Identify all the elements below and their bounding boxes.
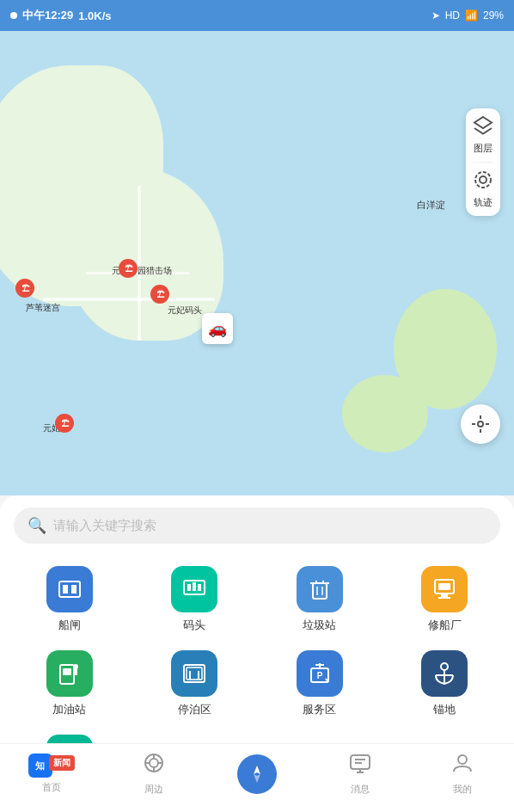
- road-horizontal-1: [43, 298, 215, 301]
- nav-nearby[interactable]: 周边: [103, 752, 206, 804]
- poi-marker-1[interactable]: ⛱: [15, 279, 34, 298]
- svg-marker-51: [254, 766, 260, 774]
- location-button[interactable]: [461, 404, 500, 444]
- svg-point-46: [150, 759, 158, 767]
- baiyangdian-label: 白洋淀: [417, 199, 445, 212]
- svg-rect-9: [63, 585, 68, 594]
- category-sluice[interactable]: 船闸: [7, 557, 132, 642]
- svg-rect-12: [187, 584, 191, 591]
- nearby-icon: [143, 752, 165, 779]
- map-controls: 图层 轨迹: [466, 108, 500, 216]
- search-bar[interactable]: 🔍 请输入关键字搜索: [14, 508, 500, 544]
- search-icon: 🔍: [28, 516, 46, 535]
- nav-home-label: 首页: [42, 781, 61, 794]
- nav-home[interactable]: 知 新闻 首页: [0, 754, 103, 803]
- svg-text:P: P: [316, 671, 322, 680]
- trash-icon-wrap: [297, 566, 343, 612]
- car-location-icon: 🚗: [202, 313, 233, 344]
- track-label: 轨迹: [474, 196, 493, 209]
- track-control[interactable]: 轨迹: [473, 169, 493, 209]
- svg-point-2: [475, 172, 491, 188]
- svg-rect-15: [313, 583, 327, 599]
- layers-label: 图层: [474, 142, 493, 155]
- category-repair[interactable]: 修船厂: [382, 557, 508, 642]
- category-trash[interactable]: 垃圾站: [257, 557, 382, 642]
- repair-label: 修船厂: [428, 618, 462, 633]
- svg-marker-52: [254, 774, 260, 783]
- category-dock[interactable]: 码头: [132, 557, 258, 642]
- parking-label: 停泊区: [178, 702, 211, 717]
- trash-label: 垃圾站: [303, 618, 336, 633]
- parking-icon-wrap: [171, 650, 217, 697]
- nav-message[interactable]: 消息: [309, 752, 412, 804]
- nav-home-icons: 知 新闻: [28, 754, 75, 778]
- sluice-label: 船闸: [58, 618, 81, 633]
- message-label: 消息: [351, 783, 370, 796]
- status-network: 1.0K/s: [78, 9, 111, 22]
- layers-control[interactable]: 图层: [473, 115, 493, 155]
- yuan-dock-label: 元妃码头: [168, 304, 202, 317]
- message-icon: [349, 752, 371, 779]
- poi-marker-4[interactable]: ⛱: [55, 414, 74, 433]
- signal-icon: 📶: [465, 9, 478, 22]
- location-dot: [10, 12, 17, 19]
- luwei-label: 芦苇迷宫: [26, 302, 60, 314]
- poi-marker-2[interactable]: ⛱: [150, 285, 169, 304]
- service-label: 服务区: [303, 702, 336, 717]
- status-time: 中午12:29: [22, 8, 73, 23]
- control-divider: [473, 162, 493, 163]
- sluice-icon-wrap: [46, 566, 93, 612]
- battery-text: 29%: [483, 9, 504, 22]
- poi-marker-3[interactable]: ⛱: [119, 259, 138, 278]
- bottom-nav: 知 新闻 首页 周边: [0, 743, 514, 812]
- nearby-label: 周边: [144, 783, 163, 796]
- svg-rect-8: [59, 581, 80, 597]
- gas-label: 加油站: [52, 702, 86, 717]
- svg-rect-13: [193, 582, 196, 591]
- dock-label: 码头: [183, 618, 205, 633]
- svg-rect-26: [63, 668, 71, 675]
- status-bar: 中午12:29 1.0K/s ➤ HD 📶 29%: [0, 0, 514, 31]
- dock-icon-wrap: [171, 566, 217, 612]
- svg-rect-14: [198, 584, 201, 591]
- svg-rect-24: [438, 597, 450, 599]
- hd-badge: HD: [445, 9, 460, 22]
- category-gas[interactable]: 加油站: [7, 642, 132, 726]
- anchor-icon-wrap: [421, 650, 468, 697]
- track-icon: [473, 169, 493, 194]
- category-parking[interactable]: 停泊区: [132, 642, 258, 726]
- layers-icon: [473, 115, 493, 140]
- news-badge: 新闻: [49, 755, 75, 771]
- map-area[interactable]: 白洋淀 元妃荷园猎击场 芦苇迷宫 元妃码头 元妃亭 ⛱ ⛱ ⛱ ⛱ 🚗 图层: [0, 31, 514, 495]
- svg-point-3: [478, 421, 483, 427]
- svg-point-1: [480, 176, 486, 183]
- my-icon: [451, 752, 474, 779]
- svg-point-58: [458, 755, 467, 764]
- svg-point-28: [73, 664, 78, 669]
- repair-icon-wrap: [421, 566, 468, 612]
- svg-rect-30: [187, 667, 202, 680]
- svg-marker-0: [474, 117, 492, 128]
- category-service[interactable]: P 服务区: [257, 642, 382, 726]
- arrow-icon: ➤: [431, 9, 440, 22]
- search-placeholder-text: 请输入关键字搜索: [53, 518, 156, 534]
- road-vertical-1: [138, 186, 141, 341]
- svg-rect-27: [74, 668, 77, 675]
- nav-compass[interactable]: [205, 754, 309, 803]
- category-anchor[interactable]: 锚地: [382, 642, 508, 726]
- status-left: 中午12:29 1.0K/s: [10, 8, 112, 23]
- land-mass-4: [342, 375, 428, 452]
- status-right: ➤ HD 📶 29%: [431, 9, 504, 22]
- my-label: 我的: [453, 783, 472, 796]
- nav-my[interactable]: 我的: [411, 752, 514, 804]
- anchor-label: 锚地: [433, 702, 456, 717]
- compass-icon: [237, 754, 277, 794]
- gas-icon-wrap: [46, 650, 93, 697]
- svg-rect-10: [71, 585, 76, 594]
- svg-point-38: [441, 663, 448, 670]
- svg-rect-22: [438, 583, 450, 590]
- svg-rect-23: [441, 594, 448, 597]
- service-icon-wrap: P: [297, 650, 343, 697]
